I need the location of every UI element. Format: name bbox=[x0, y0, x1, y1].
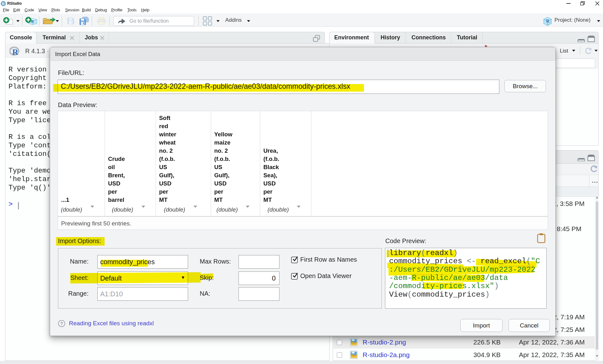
svg-text:?: ? bbox=[60, 321, 63, 326]
